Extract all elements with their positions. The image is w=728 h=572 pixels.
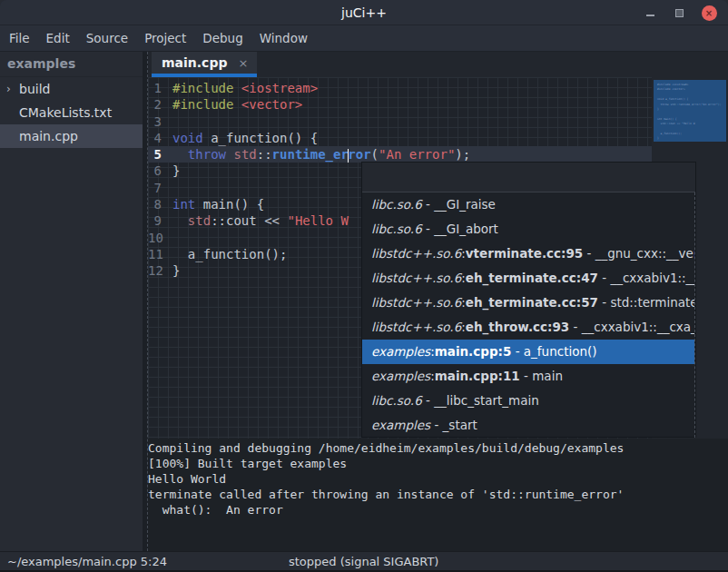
terminal-line: [100%] Built target examples — [148, 456, 728, 471]
status-file-position: ~/examples/main.cpp 5:24 — [7, 552, 167, 571]
line-number: 3 — [148, 113, 167, 130]
code-content: std::cout << "Hello W — [167, 212, 349, 229]
tree-item-label: main.cpp — [19, 129, 78, 143]
code-content: } — [167, 163, 180, 179]
line-number: 6 — [148, 163, 167, 179]
code-line-4: 4void a_function() { — [148, 130, 652, 146]
code-content: a_function(); — [167, 246, 287, 262]
minimize-button[interactable] — [641, 0, 659, 25]
line-number: 10 — [148, 230, 167, 246]
line-number: 1 — [148, 80, 167, 96]
popup-search-input[interactable] — [362, 163, 695, 192]
code-content: #include <vector> — [167, 96, 302, 113]
backtrace-popup: libc.so.6 - __GI_raiselibc.so.6 - __GI_a… — [361, 162, 696, 438]
project-name-header: examples — [0, 52, 143, 77]
code-content — [167, 180, 172, 196]
menu-item-source[interactable]: Source — [86, 31, 128, 45]
line-number: 11 — [148, 246, 167, 262]
menu-item-file[interactable]: File — [9, 31, 30, 45]
project-sidebar: examples ›buildCMakeLists.txtmain.cpp — [0, 52, 143, 551]
close-icon: × — [702, 5, 717, 21]
tab-bar: main.cpp × — [148, 52, 728, 77]
backtrace-lib: libstdc++.so.6 — [371, 246, 461, 261]
terminal-line: what(): An error — [148, 502, 728, 518]
close-button[interactable]: × — [699, 0, 719, 25]
status-bar: ~/examples/main.cpp 5:24 stopped (signal… — [0, 551, 728, 572]
line-number: 12 — [148, 262, 167, 279]
code-content: #include <iostream> — [167, 80, 318, 96]
backtrace-item[interactable]: libc.so.6 - __GI_abort — [362, 217, 694, 242]
terminal-line: terminate called after throwing an insta… — [148, 487, 728, 502]
backtrace-location: eh_throw.cc:93 — [466, 320, 569, 334]
tab-close-icon[interactable]: × — [238, 56, 248, 70]
window-title: juCi++ — [0, 0, 728, 25]
backtrace-lib: libstdc++.so.6 — [371, 295, 461, 310]
terminal-output[interactable]: Compiling and debugging /home/eidheim/ex… — [148, 439, 728, 551]
overview-map-content: #include <iostream> #include <vector> vo… — [654, 80, 726, 142]
backtrace-lib: libstdc++.so.6 — [371, 320, 461, 334]
minimize-icon — [646, 15, 654, 16]
overview-map[interactable]: #include <iostream> #include <vector> vo… — [654, 80, 726, 142]
editor-column: main.cpp × 1#include <iostream>2#include… — [148, 52, 728, 551]
line-number: 7 — [148, 180, 167, 196]
backtrace-list: libc.so.6 - __GI_raiselibc.so.6 - __GI_a… — [362, 192, 695, 438]
terminal-line: Hello World — [148, 471, 728, 487]
menu-bar: FileEditSourceProjectDebugWindow — [0, 25, 728, 52]
chevron-right-icon[interactable]: › — [6, 83, 19, 95]
backtrace-lib: examples — [371, 418, 430, 432]
backtrace-item[interactable]: examples - _start — [362, 413, 694, 438]
file-tree: ›buildCMakeLists.txtmain.cpp — [0, 77, 143, 148]
backtrace-lib: libc.so.6 — [371, 222, 422, 236]
code-line-3: 3 — [148, 113, 652, 130]
code-content: void a_function() { — [167, 130, 318, 146]
backtrace-location: eh_terminate.cc:47 — [466, 271, 598, 285]
code-line-1: 1#include <iostream> — [148, 80, 652, 96]
backtrace-lib: libstdc++.so.6 — [371, 271, 461, 285]
code-content: throw std::runtime_error("An error"); — [167, 146, 470, 163]
tab-label: main.cpp — [162, 55, 227, 70]
backtrace-location: eh_terminate.cc:57 — [466, 295, 598, 310]
code-line-2: 2#include <vector> — [148, 96, 652, 113]
code-content: int main() { — [167, 196, 264, 212]
code-content: } — [167, 262, 180, 279]
menu-item-project[interactable]: Project — [144, 31, 186, 45]
tree-item-label: build — [19, 82, 50, 96]
terminal-line: Compiling and debugging /home/eidheim/ex… — [148, 440, 728, 456]
backtrace-item[interactable]: libstdc++.so.6:eh_terminate.cc:47 - __cx… — [362, 266, 694, 291]
backtrace-lib: libc.so.6 — [371, 393, 422, 408]
code-content — [167, 230, 172, 246]
backtrace-item[interactable]: libc.so.6 - __libc_start_main — [362, 389, 694, 413]
backtrace-item[interactable]: libc.so.6 - __GI_raise — [362, 192, 694, 217]
main-region: examples ›buildCMakeLists.txtmain.cpp ma… — [0, 52, 728, 551]
restore-icon — [675, 9, 684, 17]
backtrace-item[interactable]: examples:main.cpp:11 - main — [362, 364, 694, 389]
line-number: 8 — [148, 196, 167, 212]
backtrace-lib: libc.so.6 — [371, 197, 422, 212]
line-number: 4 — [148, 130, 167, 146]
menu-item-edit[interactable]: Edit — [46, 31, 70, 45]
backtrace-location: main.cpp:5 — [435, 344, 512, 359]
tab-main-cpp[interactable]: main.cpp × — [152, 52, 257, 77]
menu-item-window[interactable]: Window — [260, 31, 308, 45]
menu-item-debug[interactable]: Debug — [202, 31, 242, 45]
backtrace-location: main.cpp:11 — [435, 369, 520, 383]
restore-button[interactable] — [670, 0, 688, 25]
title-bar: juCi++ × — [0, 0, 728, 25]
tree-item-label: CMakeLists.txt — [19, 105, 112, 120]
backtrace-location: vterminate.cc:95 — [466, 246, 583, 261]
source-editor: 1#include <iostream>2#include <vector>34… — [148, 77, 728, 439]
line-number: 9 — [148, 212, 167, 229]
code-line-5: 5 throw std::runtime_error("An error"); — [148, 146, 652, 163]
backtrace-lib: examples — [371, 369, 430, 383]
backtrace-item[interactable]: libstdc++.so.6:eh_terminate.cc:57 - std:… — [362, 291, 694, 315]
backtrace-item[interactable]: examples:main.cpp:5 - a_function() — [362, 340, 694, 364]
backtrace-item[interactable]: libstdc++.so.6:eh_throw.cc:93 - __cxxabi… — [362, 315, 694, 340]
backtrace-item[interactable]: libstdc++.so.6:vterminate.cc:95 - __gnu_… — [362, 242, 694, 266]
code-content — [167, 113, 172, 130]
backtrace-lib: examples — [371, 344, 430, 359]
line-number: 5 — [148, 146, 167, 163]
tree-item-main-cpp[interactable]: main.cpp — [0, 124, 143, 148]
tree-item-build[interactable]: ›build — [0, 77, 143, 101]
app-window: juCi++ × FileEditSourceProjectDebugWindo… — [0, 0, 728, 572]
tree-item-cmakelists-txt[interactable]: CMakeLists.txt — [0, 101, 143, 124]
